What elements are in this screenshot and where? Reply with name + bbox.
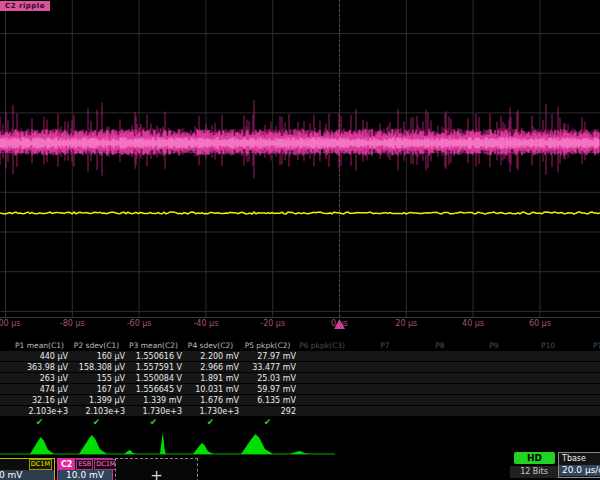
measure-row: 440 µV160 µV1.550616 V2.200 mV27.97 mV (0, 351, 600, 362)
measure-value: 1.730e+3 (125, 406, 182, 417)
measure-value: 160 µV (68, 351, 125, 362)
measure-header[interactable]: P5 pkpk(C2) (239, 340, 296, 351)
measure-header-inactive[interactable]: P7 (380, 340, 389, 351)
time-axis-label: 20 µs (395, 319, 417, 328)
time-axis-label: -80 µs (60, 319, 85, 328)
time-axis-label: -100 µs (0, 319, 20, 328)
measure-value: 32.16 µV (11, 395, 68, 406)
measure-value: 33.477 mV (239, 362, 296, 373)
measure-status-row: ✔✔✔✔✔ (0, 417, 600, 428)
waveform-grid (0, 0, 600, 332)
measure-value: 1.557591 V (125, 362, 182, 373)
c2-coupling-badge: DC1M (94, 459, 117, 470)
measure-value: 2.103e+3 (68, 406, 125, 417)
c2-scale: 10.0 mV (58, 470, 112, 480)
hd-mode-badge[interactable]: HD (514, 452, 555, 464)
measure-value: 27.97 mV (239, 351, 296, 362)
status-check-icon: ✔ (239, 417, 296, 428)
channel-descriptor-c2[interactable]: C2 ESB DC1M 10.0 mV (57, 458, 113, 480)
measure-header-inactive[interactable]: P8 (435, 340, 444, 351)
measure-header[interactable]: P2 sdev(C1) (68, 340, 125, 351)
measure-value: 1.730e+3 (182, 406, 239, 417)
measure-header-inactive[interactable]: P9 (489, 340, 498, 351)
measure-header[interactable]: P3 mean(C2) (125, 340, 182, 351)
measure-row: 363.98 µV158.308 µV1.557591 V2.966 mV33.… (0, 362, 600, 373)
measure-value: 1.339 mV (125, 395, 182, 406)
measure-value: 363.98 µV (11, 362, 68, 373)
measure-row: 474 µV167 µV1.556645 V10.031 mV59.97 mV (0, 384, 600, 395)
measure-value: 2.103e+3 (11, 406, 68, 417)
time-axis-label: 0 µs (331, 319, 348, 328)
measure-header-row: P1 mean(C1)P2 sdev(C1)P3 mean(C2)P4 sdev… (0, 340, 600, 351)
measure-header-inactive[interactable]: P11 (593, 340, 600, 351)
measure-value: 440 µV (11, 351, 68, 362)
measure-value: 1.399 µV (68, 395, 125, 406)
measure-value: 59.97 mV (239, 384, 296, 395)
tbase-value: 20.0 µs/div (559, 465, 600, 476)
c1-coupling-badge: DC1M (29, 459, 52, 470)
resolution-bits: 12 Bits (510, 466, 558, 478)
measure-value: 1.550616 V (125, 351, 182, 362)
measure-header-inactive[interactable]: P10 (541, 340, 555, 351)
time-axis-label: -60 µs (127, 319, 152, 328)
timebase-descriptor[interactable]: Tbase 20.0 µs/div (558, 452, 600, 478)
measure-value: 6.135 mV (239, 395, 296, 406)
measure-value: 292 (239, 406, 296, 417)
time-axis-label: -40 µs (193, 319, 218, 328)
measure-value: 158.308 µV (68, 362, 125, 373)
measure-row: 32.16 µV1.399 µV1.339 mV1.676 mV6.135 mV (0, 395, 600, 406)
measure-value: 1.556645 V (125, 384, 182, 395)
time-axis-labels: -100 µs-80 µs-60 µs-40 µs-20 µs0 µs20 µs… (0, 319, 600, 331)
time-axis-label: -20 µs (260, 319, 285, 328)
measure-row: 2.103e+32.103e+31.730e+31.730e+3292 (0, 406, 600, 417)
histogram-strip (0, 428, 600, 458)
time-axis-label: 40 µs (462, 319, 484, 328)
channel-descriptor-c1[interactable]: C1 DC1M 10.0 mV (0, 458, 55, 480)
measure-value: 10.031 mV (182, 384, 239, 395)
status-check-icon: ✔ (11, 417, 68, 428)
c2-eres-badge: ESB (76, 459, 93, 470)
measure-value: 2.200 mV (182, 351, 239, 362)
time-axis-label: 60 µs (529, 319, 551, 328)
status-check-icon: ✔ (68, 417, 125, 428)
measure-value: 1.891 mV (182, 373, 239, 384)
measure-header[interactable]: P1 mean(C1) (11, 340, 68, 351)
measure-row: 263 µV155 µV1.550084 V1.891 mV25.03 mV (0, 373, 600, 384)
status-check-icon: ✔ (182, 417, 239, 428)
measure-value: 1.676 mV (182, 395, 239, 406)
add-trace-button[interactable]: + (115, 458, 198, 480)
measure-value: 1.550084 V (125, 373, 182, 384)
measure-table: P1 mean(C1)P2 sdev(C1)P3 mean(C2)P4 sdev… (0, 340, 600, 428)
c1-scale: 10.0 mV (0, 470, 54, 480)
status-check-icon: ✔ (125, 417, 182, 428)
measure-value: 474 µV (11, 384, 68, 395)
measure-value: 263 µV (11, 373, 68, 384)
tbase-label: Tbase (559, 453, 600, 465)
measure-value: 167 µV (68, 384, 125, 395)
trace-label-c2[interactable]: C2 ripple (0, 1, 50, 11)
c2-chip: C2 (58, 459, 75, 470)
measure-value: 2.966 mV (182, 362, 239, 373)
measure-header-inactive[interactable]: P6 pkpk(C3) (299, 340, 345, 351)
oscilloscope-screen: C2 ripple -100 µs-80 µs-60 µs-40 µs-20 µ… (0, 0, 600, 480)
measure-value: 25.03 mV (239, 373, 296, 384)
measure-header[interactable]: P4 sdev(C2) (182, 340, 239, 351)
measure-value: 155 µV (68, 373, 125, 384)
